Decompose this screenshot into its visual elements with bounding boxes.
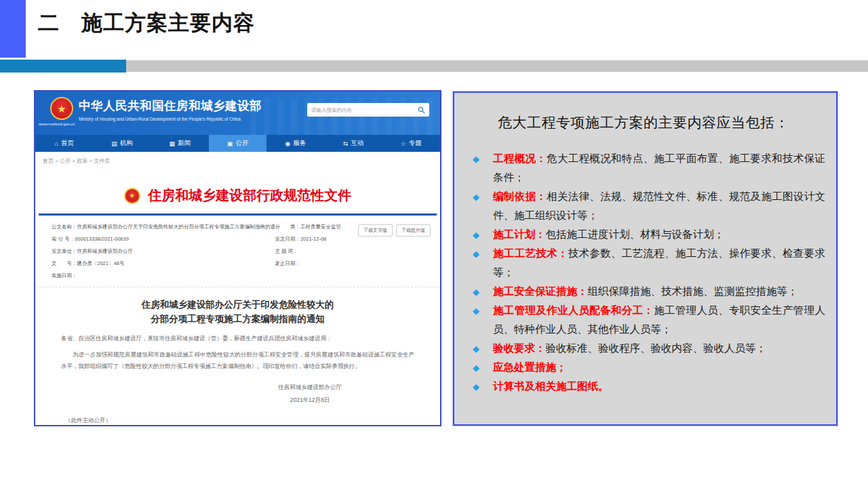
nav-item-home[interactable]: ⌂首页 bbox=[35, 135, 93, 152]
download-buttons: 下载文字版 下载图片版 bbox=[358, 224, 431, 237]
nav-item-interact[interactable]: ⇆互动 bbox=[324, 135, 382, 152]
diamond-bullet-icon: ◆ bbox=[473, 359, 479, 378]
doc-date: 2021年12月8日 bbox=[235, 394, 384, 407]
meta-label: 公文名称： bbox=[52, 224, 77, 230]
panel-heading: 危大工程专项施工方案的主要内容应当包括： bbox=[498, 113, 824, 132]
site-name: 中华人民共和国住房和城乡建设部 bbox=[79, 98, 262, 114]
content-panel: 危大工程专项施工方案的主要内容应当包括： ◆工程概况：危大工程概况和特点、施工平… bbox=[453, 92, 837, 426]
meta-label: 发文日期： bbox=[275, 236, 300, 242]
doc-banner: ★ 住房和城乡建设部行政规范性文件 bbox=[35, 186, 440, 205]
diamond-bullet-icon: ◆ bbox=[473, 226, 479, 245]
diamond-bullet-icon: ◆ bbox=[473, 340, 479, 359]
doc-salutation: 各省、自治区住房和城乡建设厅，直辖市住房和城乡建设（管）委，新疆生产建设兵团住房… bbox=[61, 335, 414, 343]
nav-item-service[interactable]: ◉服务 bbox=[267, 135, 324, 152]
nav-item-label: 机构 bbox=[120, 139, 133, 148]
meta-row: 文 号：建办质〔2021〕48号 bbox=[52, 258, 275, 270]
meta-label: 分 类： bbox=[275, 224, 300, 230]
bullet-item: ◆施工计划：包括施工进度计划、材料与设备计划； bbox=[454, 225, 836, 244]
banner-emblem-star-icon: ★ bbox=[129, 192, 135, 199]
nav-item-topics[interactable]: ☆专题 bbox=[382, 135, 440, 152]
service-icon: ◉ bbox=[285, 140, 290, 147]
nav-item-label: 服务 bbox=[293, 139, 306, 148]
home-icon: ⌂ bbox=[54, 140, 58, 147]
nav-item-label: 公开 bbox=[235, 139, 248, 148]
nav-item-org[interactable]: ▤机构 bbox=[93, 135, 151, 152]
bullet-term: 工程概况： bbox=[493, 152, 547, 164]
site-name-english: Ministry of Housing and Urban-Rural Deve… bbox=[79, 117, 262, 121]
bullet-item: ◆计算书及相关施工图纸。 bbox=[454, 377, 836, 396]
doc-banner-title: 住房和城乡建设部行政规范性文件 bbox=[148, 188, 351, 203]
site-nav: ⌂首页▤机构▦新闻▣公开◉服务⇆互动☆专题 bbox=[35, 135, 440, 152]
bullet-term: 施工计划： bbox=[493, 228, 546, 240]
banner-emblem-icon: ★ bbox=[124, 188, 140, 204]
diamond-bullet-icon: ◆ bbox=[473, 283, 479, 302]
download-image-button[interactable]: 下载图片版 bbox=[396, 224, 431, 237]
doc-note: （此件主动公开） bbox=[65, 417, 440, 425]
meta-row: 实施日期： bbox=[52, 270, 275, 282]
national-emblem-icon: ★ bbox=[50, 97, 73, 120]
doc-signer: 住房和城乡建设部办公厅 bbox=[235, 381, 384, 394]
meta-row: 废止日期： bbox=[275, 258, 424, 270]
bullet-desc: 包括施工进度计划、材料与设备计划； bbox=[546, 228, 725, 240]
search-box[interactable] bbox=[307, 103, 429, 117]
bullet-term: 验收要求： bbox=[493, 342, 546, 354]
bullet-desc: 验收标准、验收程序、验收内容、验收人员等； bbox=[546, 342, 767, 354]
nav-item-label: 专题 bbox=[409, 139, 422, 148]
bullet-list: ◆工程概况：危大工程概况和特点、施工平面布置、施工要求和技术保证条件；◆编制依据… bbox=[454, 149, 836, 396]
bullet-term: 施工工艺技术： bbox=[493, 247, 568, 259]
meta-row: 索 引 号：000013338/2021-00639 bbox=[52, 233, 275, 245]
nav-item-label: 互动 bbox=[351, 139, 363, 148]
divider-bar-gray-segment bbox=[126, 60, 868, 72]
diamond-bullet-icon: ◆ bbox=[473, 150, 479, 169]
diamond-bullet-icon: ◆ bbox=[473, 302, 479, 321]
disclosure-icon: ▣ bbox=[227, 140, 233, 147]
doc-title: 住房和城乡建设部办公厅关于印发危险性较大的 分部分项工程专项施工方案编制指南的通… bbox=[35, 298, 440, 326]
bullet-term: 施工安全保证措施： bbox=[493, 285, 588, 297]
bullet-item: ◆施工安全保证措施：组织保障措施、技术措施、监测监控措施等； bbox=[454, 282, 836, 301]
page-title: 二 施工方案主要内容 bbox=[38, 9, 255, 37]
nav-item-label: 新闻 bbox=[178, 139, 191, 148]
website-screenshot: ★ www.mohurd.gov.cn 中华人民共和国住房和城乡建设部 Mini… bbox=[34, 90, 441, 426]
meta-label: 发文单位： bbox=[52, 248, 77, 254]
search-icon[interactable] bbox=[418, 106, 425, 114]
nav-item-news[interactable]: ▦新闻 bbox=[151, 135, 209, 152]
bullet-term: 施工管理及作业人员配备和分工： bbox=[493, 304, 654, 316]
diamond-bullet-icon: ◆ bbox=[473, 245, 479, 264]
nav-item-label: 首页 bbox=[61, 139, 74, 148]
meta-value: 2021-12-08 bbox=[300, 236, 326, 242]
meta-row: 发文单位：住房和城乡建设部办公厅 bbox=[52, 245, 275, 258]
bullet-item: ◆验收要求：验收标准、验收程序、验收内容、验收人员等； bbox=[454, 339, 836, 358]
bullet-item: ◆工程概况：危大工程概况和特点、施工平面布置、施工要求和技术保证条件； bbox=[454, 149, 836, 187]
divider-bar-blue-segment bbox=[0, 60, 126, 73]
meta-label: 主 题 词： bbox=[275, 248, 298, 254]
bullet-item: ◆编制依据：相关法律、法规、规范性文件、标准、规范及施工图设计文件、施工组织设计… bbox=[454, 187, 836, 225]
breadcrumb[interactable]: 首页 > 公开 > 政策 > 文件库 bbox=[35, 152, 440, 169]
meta-value: 工程质量安全监管 bbox=[300, 224, 341, 230]
divider-bar bbox=[0, 60, 868, 73]
search-input[interactable] bbox=[307, 107, 418, 113]
meta-row: 主 题 词： bbox=[275, 245, 424, 258]
interaction-icon: ⇆ bbox=[343, 140, 349, 147]
meta-value: 住房和城乡建设部办公厅关于印发危险性较大的分部分项工程专项施工方案编制指南的通知 bbox=[77, 224, 275, 230]
doc-title-line1: 住房和城乡建设部办公厅关于印发危险性较大的 bbox=[35, 298, 440, 312]
doc-body-paragraph: 为进一步加强和规范房屋建筑和市政基础设施工程中危险性较大的分部分项工程安全管理，… bbox=[61, 349, 414, 372]
site-url: www.mohurd.gov.cn bbox=[39, 122, 87, 126]
meta-value: 000013338/2021-00639 bbox=[75, 236, 129, 242]
topics-icon: ☆ bbox=[401, 140, 406, 147]
meta-label: 索 引 号： bbox=[52, 236, 75, 242]
slide: 二 施工方案主要内容 ★ www.mohurd.gov.cn 中华人民共和国住房… bbox=[0, 0, 868, 488]
doc-signature: 住房和城乡建设部办公厅 2021年12月8日 bbox=[235, 381, 384, 407]
meta-value: 建办质〔2021〕48号 bbox=[77, 260, 125, 266]
download-text-button[interactable]: 下载文字版 bbox=[358, 224, 393, 237]
nav-item-disclosure[interactable]: ▣公开 bbox=[209, 135, 267, 152]
meta-label: 实施日期： bbox=[52, 272, 77, 279]
meta-value: 住房和城乡建设部办公厅 bbox=[77, 248, 134, 254]
bullet-desc: 组织保障措施、技术措施、监测监控措施等； bbox=[588, 285, 798, 297]
meta-left-column: 公文名称：住房和城乡建设部办公厅关于印发危险性较大的分部分项工程专项施工方案编制… bbox=[52, 221, 275, 282]
bullet-item: ◆施工管理及作业人员配备和分工：施工管理人员、专职安全生产管理人员、特种作业人员… bbox=[454, 301, 836, 339]
title-accent-square bbox=[0, 0, 26, 58]
site-header: ★ www.mohurd.gov.cn 中华人民共和国住房和城乡建设部 Mini… bbox=[35, 92, 440, 135]
diamond-bullet-icon: ◆ bbox=[473, 188, 479, 207]
meta-row: 公文名称：住房和城乡建设部办公厅关于印发危险性较大的分部分项工程专项施工方案编制… bbox=[52, 221, 275, 233]
bullet-term: 编制依据： bbox=[493, 190, 547, 202]
